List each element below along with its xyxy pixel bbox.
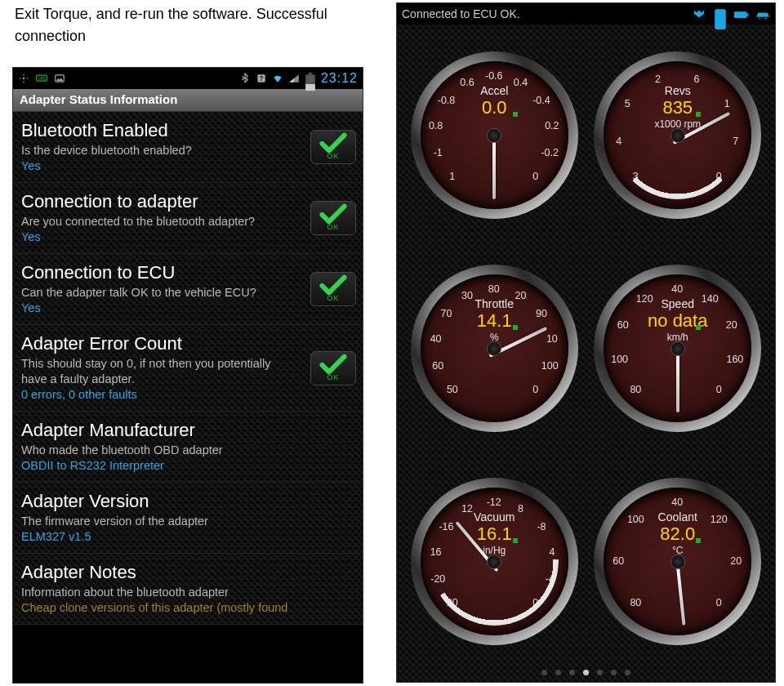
- gauge-speed[interactable]: Speedno datakm/h801006012040140201600: [594, 265, 761, 432]
- gauge-tick: 20: [514, 290, 526, 301]
- gauge-needle: [676, 349, 679, 412]
- status-desc: Is the device bluetooth enabled?: [21, 143, 291, 158]
- status-row[interactable]: Connection to adapterAre you connected t…: [13, 183, 363, 254]
- status-title: Adapter Error Count: [21, 333, 354, 354]
- status-desc: The firmware version of the adapter: [21, 514, 291, 528]
- gauge-vacuum[interactable]: Vacuum16.1in/Hg20-2016-1612-128-84-40: [411, 478, 578, 645]
- gauge-accel[interactable]: Accel0.01-10.8-0.80.6-0.60.4-0.40.2-0.20: [411, 51, 578, 219]
- gauge-tick: 120: [636, 293, 653, 305]
- check-icon: [319, 132, 347, 154]
- page-dot[interactable]: [569, 670, 575, 675]
- battery-icon: [305, 73, 316, 84]
- status-value: OBDII to RS232 Interpreter: [21, 459, 354, 472]
- status-title: Adapter Version: [21, 491, 354, 512]
- status-value: Yes: [21, 301, 354, 314]
- gauge-value: 82.0: [604, 523, 751, 545]
- page-dot[interactable]: [583, 670, 589, 675]
- gauge-hub: [487, 555, 501, 569]
- gauge-tick: 60: [432, 360, 443, 372]
- page-dot[interactable]: [555, 670, 561, 675]
- gauge-tick: -0.8: [438, 95, 456, 106]
- check-icon: [319, 203, 347, 225]
- svg-rect-7: [305, 84, 315, 91]
- image-icon: [54, 73, 65, 84]
- gauge-tick: 0: [532, 384, 538, 395]
- gauge-tick: 0: [716, 597, 722, 608]
- status-title: Connection to adapter: [21, 191, 354, 212]
- gauge-dial: Throttle14.1%5060407030802090101000: [421, 274, 568, 422]
- gauge-tick: 80: [630, 597, 641, 608]
- gauge-hub: [487, 341, 501, 356]
- page-indicator[interactable]: [397, 670, 775, 675]
- gauge-tick: 30: [461, 290, 473, 301]
- gauge-tick: 80: [488, 283, 500, 295]
- gauge-tick: 160: [726, 354, 743, 365]
- gauge-tick: 0.4: [514, 77, 528, 88]
- page-dot[interactable]: [611, 670, 617, 675]
- status-desc: This should stay on 0, if not then you p…: [21, 356, 291, 385]
- gauge-tick: 90: [536, 308, 547, 319]
- gauge-dial: Coolant82.0°C806010040120200: [604, 488, 751, 635]
- gauge-dial: Speedno datakm/h801006012040140201600: [604, 274, 751, 422]
- gauge-label: Speed: [604, 297, 751, 310]
- status-title: Adapter Manufacturer: [21, 420, 354, 441]
- svg-text:?: ?: [259, 75, 263, 82]
- gauge-dial: Vacuum16.1in/Hg20-2016-1612-128-84-40: [421, 488, 568, 635]
- status-ok-badge: OK: [310, 351, 356, 385]
- gauge-tick: 100: [541, 360, 559, 372]
- gauge-tick: -0.2: [541, 147, 559, 158]
- page-dot[interactable]: [597, 670, 603, 675]
- gauge-tick: 0.8: [429, 120, 443, 131]
- gauge-tick: 60: [612, 555, 624, 567]
- page-dot[interactable]: [625, 670, 630, 675]
- status-title: Bluetooth Enabled: [21, 120, 354, 141]
- cell-signal-icon: [288, 73, 300, 84]
- status-row[interactable]: Bluetooth EnabledIs the device bluetooth…: [13, 112, 363, 183]
- status-value: Yes: [21, 159, 354, 172]
- android-status-bar: OBD ? 23:12: [13, 68, 363, 89]
- status-row[interactable]: Connection to ECUCan the adapter talk OK…: [13, 254, 363, 325]
- wifi-icon: [272, 73, 283, 84]
- gauge-tick: -0.4: [532, 95, 550, 106]
- gauge-dial: Revs835x1000 rpm34526170: [604, 61, 751, 209]
- check-icon: [319, 354, 347, 375]
- status-row[interactable]: Adapter Error CountThis should stay on 0…: [13, 325, 363, 411]
- gauge-led-icon: [513, 112, 518, 117]
- ecu-status-text: Connected to ECU OK.: [402, 7, 520, 20]
- gauge-tick: 0.6: [460, 77, 474, 88]
- gauge-label: Coolant: [604, 510, 751, 523]
- gauge-needle: [492, 136, 496, 199]
- status-title: Adapter Notes: [21, 562, 354, 583]
- bluetooth-icon: [239, 73, 251, 84]
- battery-icon: [734, 8, 749, 20]
- gps-crosshair-icon: [18, 73, 29, 84]
- gauge-tick: 40: [671, 283, 683, 295]
- gauge-throttle[interactable]: Throttle14.1%5060407030802090101000: [411, 265, 578, 432]
- phone-screenshot-gauges: Connected to ECU OK. Accel0.01-10.8-0.80…: [396, 2, 776, 683]
- status-desc: Are you connected to the bluetooth adapt…: [21, 214, 291, 229]
- check-icon: [319, 274, 347, 296]
- status-ok-badge: OK: [310, 201, 356, 235]
- gauge-tick: 50: [447, 384, 458, 395]
- gauge-tick: 100: [611, 354, 628, 365]
- status-desc: Can the adapter talk OK to the vehicle E…: [21, 285, 291, 300]
- gauge-coolant[interactable]: Coolant82.0°C806010040120200: [594, 478, 761, 645]
- gauge-tick: 20: [726, 319, 737, 331]
- page-dot[interactable]: [541, 670, 547, 675]
- help-icon: ?: [256, 73, 267, 84]
- adapter-status-list[interactable]: Bluetooth EnabledIs the device bluetooth…: [13, 112, 363, 625]
- gauge-needle: [675, 561, 685, 625]
- status-row[interactable]: Adapter VersionThe firmware version of t…: [13, 483, 363, 554]
- gauge-revs[interactable]: Revs835x1000 rpm34526170: [594, 51, 761, 219]
- status-row[interactable]: Adapter ManufacturerWho made the bluetoo…: [13, 412, 363, 483]
- clock: 23:12: [321, 71, 358, 86]
- gauge-hub: [670, 128, 685, 143]
- status-ok-badge: OK: [310, 272, 356, 306]
- status-row[interactable]: Adapter NotesInformation about the bluet…: [13, 554, 363, 625]
- gauge-dashboard[interactable]: Accel0.01-10.8-0.80.6-0.60.4-0.40.2-0.20…: [397, 24, 775, 682]
- status-value: Yes: [21, 230, 354, 243]
- gauge-hub: [487, 128, 501, 143]
- gauge-hub: [670, 341, 685, 356]
- status-value: 0 errors, 0 other faults: [21, 388, 354, 401]
- svg-rect-8: [309, 73, 313, 74]
